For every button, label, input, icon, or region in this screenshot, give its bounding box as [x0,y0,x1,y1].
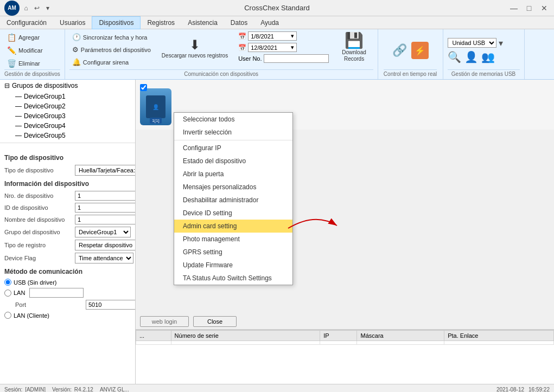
left-panel: ⊟ Grupos de dispositivos — DeviceGroup1 … [0,80,136,384]
usb-user2-icon[interactable]: 👥 [481,50,495,63]
siren-button[interactable]: 🔔 Configurar sirena [69,56,154,68]
ctx-select-all[interactable]: Seleccionar todos [174,113,292,126]
back-icon[interactable]: ↩ [33,4,41,12]
close-button-table[interactable]: Close [193,316,237,327]
session-label: Sesión: [4,387,22,392]
port-input[interactable] [86,300,135,310]
tipo-disp-select[interactable]: Huella/Tarjeta/Facea: [75,165,135,176]
download-records-button[interactable]: ⬇ Descargar nuevos registros [158,31,232,64]
date-row-1: 📅 1/8/2021 ▾ [238,31,297,41]
user-no-label: User No. [238,55,262,62]
usb-person-icon[interactable]: 👤 [464,50,478,63]
ctx-ta-status[interactable]: TA Status Auto Switch Settings [174,272,292,285]
tree-item-group5[interactable]: — DeviceGroup5 [11,131,135,140]
ctx-disable-admin[interactable]: Deshabilitar administrador [174,194,292,207]
ctx-device-id[interactable]: Device ID setting [174,207,292,220]
ribbon-label-realtime: Control en tiempo real [384,69,437,77]
grupo-disp-label: Grupo del dispositivo [4,229,75,235]
menu-usuarios[interactable]: Usuarios [53,16,92,29]
tree-item-group1[interactable]: — DeviceGroup1 [11,92,135,101]
ribbon-col-sync: 🕐 Sincronizar fecha y hora ⚙ Parámetros … [69,31,154,68]
grupo-disp-select[interactable]: DeviceGroup1 [75,227,131,237]
usb-action-icons: 🔍 👤 👥 [448,50,520,63]
realtime-icons: 🔗 ⚡ [392,42,429,59]
tipo-reg-row: Tipo de registro Respetar dispositivo [4,240,131,250]
arrow-annotation-svg [283,217,348,239]
calendar2-icon: 📅 [238,44,246,52]
home-icon[interactable]: ⌂ [22,4,30,12]
menu-dispositivos[interactable]: Dispositivos [92,16,141,29]
menu-configuracion[interactable]: Configuración [0,16,53,29]
device-screen: 👤 [146,95,165,118]
usb-select-row: Unidad USB ▾ [448,38,520,48]
ribbon-col-actions: 📋 Agregar ✏️ Modificar 🗑️ Eliminar [4,31,46,69]
device-icon[interactable]: 👤 1[1] [140,88,171,125]
device-checkbox[interactable] [140,84,147,91]
table-area: ... Número de serie IP Máscara Pta. Enla… [136,330,554,384]
eliminar-button[interactable]: 🗑️ Eliminar [4,57,46,69]
close-button[interactable]: ✕ [539,3,550,14]
ctx-device-status[interactable]: Estado del dispositivo [174,155,292,168]
tree-item-group3[interactable]: — DeviceGroup3 [11,111,135,121]
tipo-disp-title: Tipo de dispositivo [4,154,131,162]
menu-bar: Configuración Usuarios Dispositivos Regi… [0,16,554,29]
ctx-update-firmware[interactable]: Update Firmware [174,259,292,272]
ctx-gprs[interactable]: GPRS setting [174,246,292,259]
comm-usb-label: USB (Sin driver) [14,279,56,286]
menu-ayuda[interactable]: Ayuda [254,16,285,29]
tree-children: — DeviceGroup1 — DeviceGroup2 — DeviceGr… [0,92,135,140]
tree-item-group2[interactable]: — DeviceGroup2 [11,101,135,111]
dropdown-icon[interactable]: ▾ [43,4,52,12]
tree-item-group4[interactable]: — DeviceGroup4 [11,121,135,131]
tipo-reg-select[interactable]: Respetar dispositivo [75,240,135,250]
col-ip: IP [320,331,357,341]
sync-date-button[interactable]: 🕐 Sincronizar fecha y hora [69,31,154,43]
ribbon-btns-device: 📋 Agregar ✏️ Modificar 🗑️ Eliminar [4,31,60,69]
comm-lanclient-radio[interactable] [4,312,11,319]
download-records-label: Descargar nuevos registros [162,53,228,59]
menu-asistencia[interactable]: Asistencia [181,16,224,29]
comm-lan-radio[interactable] [4,290,11,297]
device-flag-select[interactable]: Time attendance [75,253,133,264]
modificar-button[interactable]: ✏️ Modificar [4,44,46,56]
usb-select[interactable]: Unidad USB [448,38,496,48]
usb-search-icon[interactable]: 🔍 [448,50,461,63]
tree-root[interactable]: ⊟ Grupos de dispositivos [0,80,135,92]
date-input-2[interactable]: 12/8/2021 ▾ [248,43,297,52]
sync-label: Sincronizar fecha y hora [83,34,148,41]
agregar-icon: 📋 [7,33,16,42]
right-panel: 👤 1[1] Seleccionar todos Invertir selecc… [136,80,554,384]
ctx-photo-mgmt[interactable]: Photo management [174,233,292,246]
tree-item-icon-1: — [15,93,22,100]
nro-disp-input[interactable] [75,191,135,201]
menu-datos[interactable]: Datos [224,16,254,29]
id-disp-input[interactable] [75,203,135,213]
ctx-open-door[interactable]: Abrir la puerta [174,168,292,181]
ctx-custom-msgs[interactable]: Mensajes personalizados [174,181,292,194]
comm-lan-input[interactable] [29,288,84,298]
agregar-button[interactable]: 📋 Agregar [4,31,46,43]
version-label: Versión: [52,387,72,392]
date-input-1[interactable]: 1/8/2021 ▾ [248,31,297,41]
ribbon-group-realtime: 🔗 ⚡ Control en tiempo real [378,29,443,79]
col-serial: Número de serie [171,331,320,341]
comm-lan-label: LAN [14,290,25,296]
web-login-button[interactable]: web login [140,316,189,327]
minimize-button[interactable]: — [508,3,519,14]
nombre-disp-input[interactable] [75,215,135,224]
params-button[interactable]: ⚙ Parámetros del dispositivo [69,44,154,55]
comm-title: Método de comunicación [4,268,131,275]
tree-item-label-5: DeviceGroup5 [24,132,66,139]
context-menu: Seleccionar todos Invertir selección Con… [174,112,293,285]
tree-root-label: Grupos de dispositivos [12,82,78,89]
ctx-configure-ip[interactable]: Configurar IP [174,142,292,155]
table-btn-row: web login Close [136,314,554,330]
menu-registros[interactable]: Registros [141,16,181,29]
ctx-admin-card[interactable]: Admin card setting [174,220,292,233]
maximize-button[interactable]: □ [524,3,534,14]
user-no-input[interactable] [264,54,329,63]
title-bar-controls: — □ ✕ [508,3,550,14]
params-label: Parámetros del dispositivo [81,47,151,53]
comm-usb-radio[interactable] [4,279,11,286]
ctx-invert-selection[interactable]: Invertir selección [174,126,292,139]
